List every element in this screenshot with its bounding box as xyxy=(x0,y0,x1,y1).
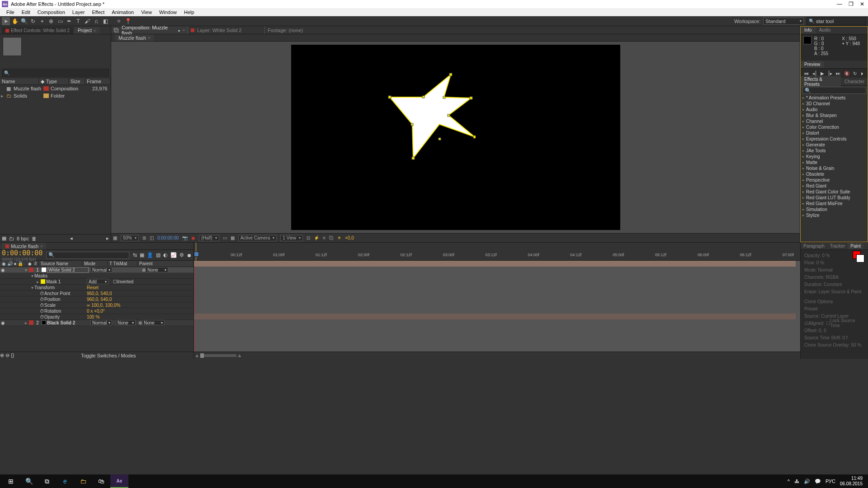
after-effects-taskbar-icon[interactable]: Ae xyxy=(110,474,128,488)
trkmat-dropdown[interactable]: None xyxy=(116,320,136,325)
minimize-button[interactable]: — xyxy=(837,1,842,7)
tab-effect-controls[interactable]: Effect Controls: White Solid 2 xyxy=(2,27,73,34)
project-item-composition[interactable]: ▦ Muzzle flash Composition 23,976 xyxy=(0,85,111,92)
help-search-input[interactable]: 🔍 star tool xyxy=(807,17,866,25)
layer-name[interactable]: White Solid 2 xyxy=(47,267,89,273)
menu-animation[interactable]: Animation xyxy=(108,9,137,15)
effects-search-input[interactable]: 🔍 xyxy=(802,87,866,94)
preset-category[interactable]: ▸Stylize xyxy=(801,212,868,218)
motion-blur-icon[interactable]: ◐ xyxy=(163,252,168,258)
resolution-dropdown[interactable]: (Half) xyxy=(199,235,219,241)
preset-category[interactable]: ▸Audio xyxy=(801,107,868,113)
composition-canvas[interactable] xyxy=(291,45,620,230)
rotation-tool-icon[interactable]: ↻ xyxy=(29,17,37,25)
tab-paragraph[interactable]: Paragraph xyxy=(801,243,827,249)
timeline-property-row[interactable]: ⏱ Rotation0 x +0,0° xyxy=(0,308,193,314)
clone-tool-icon[interactable]: ⎌ xyxy=(92,17,100,25)
zoom-dropdown[interactable]: 50% xyxy=(121,235,139,241)
preset-category[interactable]: ▸Red Giant LUT Buddy xyxy=(801,195,868,201)
tab-audio[interactable]: Audio xyxy=(816,27,835,33)
preset-category[interactable]: ▸Simulation xyxy=(801,206,868,212)
roto-tool-icon[interactable]: ✧ xyxy=(115,17,123,25)
inverted-checkbox[interactable]: ☐ xyxy=(113,279,117,284)
rect-tool-icon[interactable]: ▭ xyxy=(56,17,64,25)
zoom-tool-icon[interactable]: 🔍 xyxy=(20,17,28,25)
preset-category[interactable]: ▸* Animation Presets xyxy=(801,95,868,101)
preset-category[interactable]: ▸Perspective xyxy=(801,177,868,183)
menu-composition[interactable]: Composition xyxy=(34,9,69,15)
menu-window[interactable]: Window xyxy=(156,9,180,15)
tab-character[interactable]: Character xyxy=(841,78,868,85)
preset-category[interactable]: ▸Red Giant Color Suite xyxy=(801,189,868,195)
tab-effects-presets[interactable]: Effects & Presets xyxy=(801,76,841,88)
auto-keyframe-icon[interactable]: ⏺ xyxy=(187,253,192,258)
project-item-folder[interactable]: ▸ 🗀 Solids Folder xyxy=(0,92,111,99)
reset-exposure-icon[interactable]: ☀ xyxy=(337,235,341,240)
timeline-property-row[interactable]: ⏱ Scale∞ 100,0, 100,0% xyxy=(0,302,193,308)
menu-help[interactable]: Help xyxy=(180,9,198,15)
timeline-prop-group[interactable]: ▾ Transform Reset xyxy=(0,285,193,291)
preset-category[interactable]: ▸Distort xyxy=(801,130,868,136)
new-folder-icon[interactable]: 🗀 xyxy=(9,236,14,241)
current-time[interactable]: 0:00:00:00 xyxy=(157,235,179,240)
language-indicator[interactable]: РУС xyxy=(826,479,835,484)
timeline-mask-row[interactable]: ▸ Mask 1 Add ☐ Inverted xyxy=(0,279,193,285)
camera-dropdown[interactable]: Active Camera xyxy=(238,235,277,241)
notifications-icon[interactable]: 💬 xyxy=(815,479,821,484)
reset-button[interactable]: Reset xyxy=(87,285,99,290)
workspace-dropdown[interactable]: Standard xyxy=(763,18,804,25)
comp-mini-flowchart-icon[interactable]: ⇆ xyxy=(133,252,137,258)
pan-behind-tool-icon[interactable]: ⊕ xyxy=(47,17,55,25)
graph-editor-icon[interactable]: 📈 xyxy=(170,252,177,258)
timeline-icon[interactable]: ≡ xyxy=(323,235,326,240)
preset-category[interactable]: ▸Channel xyxy=(801,118,868,124)
scroll-right-icon[interactable]: ▸ xyxy=(106,235,109,241)
mask-mode-dropdown[interactable]: Add xyxy=(87,279,108,284)
transparency-icon[interactable]: ▦ xyxy=(231,235,235,240)
preset-category[interactable]: ▸Expression Controls xyxy=(801,136,868,142)
preset-category[interactable]: ▸JAe Tools xyxy=(801,148,868,154)
blend-mode-dropdown[interactable]: Normal xyxy=(90,320,112,325)
eraser-tool-icon[interactable]: ◧ xyxy=(101,17,109,25)
timeline-track-area[interactable]: 00:12f 01:00f 01:12f 02:00f 02:12f 03:00… xyxy=(194,243,800,359)
snapshot-icon[interactable]: 📷 xyxy=(182,235,188,240)
next-frame-icon[interactable]: ⎮▸ xyxy=(828,71,832,76)
preset-category[interactable]: ▸Red Giant MisFire xyxy=(801,201,868,206)
scroll-left-icon[interactable]: ◂ xyxy=(70,235,73,241)
exposure-value[interactable]: +0,0 xyxy=(345,235,354,240)
tab-info[interactable]: Info xyxy=(801,27,816,33)
roi-icon[interactable]: ▭ xyxy=(223,235,227,240)
layer-name[interactable]: Black Solid 2 xyxy=(47,320,89,325)
bpc-toggle[interactable]: 8 bpc xyxy=(17,236,29,241)
channel-icon[interactable]: ◉ xyxy=(191,235,195,240)
visibility-toggle-icon[interactable]: ◉ xyxy=(0,267,5,272)
timeline-property-row[interactable]: ⏱ Anchor Point960,0, 540,0 xyxy=(0,291,193,296)
stopwatch-icon[interactable]: ⏱ xyxy=(40,314,44,319)
pen-tool-icon[interactable]: ✒ xyxy=(65,17,73,25)
preset-category[interactable]: ▸Keying xyxy=(801,154,868,160)
preset-category[interactable]: ▸3D Channel xyxy=(801,101,868,107)
effects-presets-list[interactable]: ▸* Animation Presets ▸3D Channel ▸Audio … xyxy=(801,95,868,242)
tab-layer-viewer[interactable]: Layer: White Solid 2 xyxy=(188,26,265,34)
clock[interactable]: 11:49 06.08.2015 xyxy=(840,476,863,487)
preset-category[interactable]: ▸Obsolete xyxy=(801,171,868,177)
maximize-button[interactable]: ❐ xyxy=(849,1,854,7)
play-icon[interactable]: ▶ xyxy=(821,71,824,76)
comp-subtab[interactable]: Muzzle flash× xyxy=(115,34,154,41)
flowchart-icon[interactable]: ⿻ xyxy=(114,28,119,33)
timeline-ruler[interactable]: 00:12f 01:00f 01:12f 02:00f 02:12f 03:00… xyxy=(194,243,800,261)
ram-preview-icon[interactable]: ⏵ xyxy=(860,71,865,76)
type-tool-icon[interactable]: T xyxy=(74,17,82,25)
preset-category[interactable]: ▸Noise & Grain xyxy=(801,165,868,171)
project-search-input[interactable]: 🔍 xyxy=(2,69,109,77)
twirl-icon[interactable]: ▸ xyxy=(24,320,28,325)
background-color-swatch[interactable] xyxy=(856,254,864,263)
hide-shy-icon[interactable]: 👤 xyxy=(147,252,153,258)
parent-dropdown[interactable]: None xyxy=(146,267,168,272)
loop-icon[interactable]: ↻ xyxy=(853,71,857,76)
tab-paint[interactable]: Paint xyxy=(848,243,863,249)
mute-icon[interactable]: 🔇 xyxy=(844,71,849,76)
preset-category[interactable]: ▸Color Correction xyxy=(801,124,868,130)
explorer-icon[interactable]: 🗀 xyxy=(74,474,92,488)
label-column-icon[interactable]: ◆ xyxy=(41,79,44,84)
